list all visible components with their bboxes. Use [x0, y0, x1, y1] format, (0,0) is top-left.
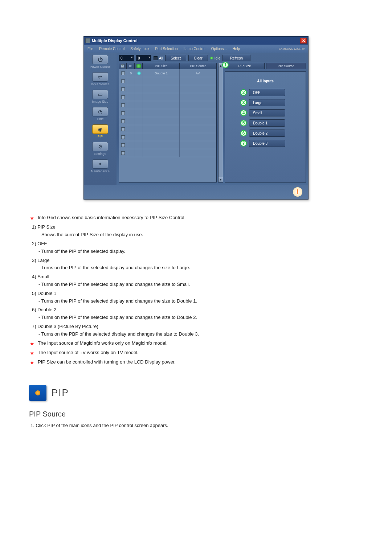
row-check-icon[interactable] [121, 135, 125, 139]
subheading: PIP Source [29, 408, 363, 420]
toolbar: 0 0 All Select Clear Idle Refresh [119, 55, 306, 61]
all-inputs-heading: All Inputs [229, 79, 301, 83]
table-row[interactable]: 0 Double 1 AV [119, 69, 216, 77]
row-check-icon[interactable] [121, 119, 125, 123]
double3-button[interactable]: Double 3 [249, 140, 285, 147]
row-check-icon[interactable] [121, 79, 125, 83]
doc-item-3-title: 3) Large [32, 257, 363, 264]
table-row[interactable] [119, 117, 216, 125]
table-row[interactable] [119, 141, 216, 149]
cell-pip-size: Double 1 [143, 69, 180, 77]
sidebar-item-time[interactable]: ◔ Time [85, 107, 115, 121]
select-button[interactable]: Select [165, 55, 186, 61]
row-check-icon[interactable] [121, 87, 125, 91]
doc-note-1: The Input source of MagicInfo works only… [38, 340, 168, 348]
col-pip-size: PIP Size [143, 63, 180, 69]
table-row[interactable] [119, 125, 216, 133]
row-check-icon[interactable] [121, 127, 125, 131]
tab-pip-source[interactable]: PIP Source [266, 63, 306, 69]
all-checkbox[interactable]: All [154, 56, 163, 60]
range-to-spinner[interactable]: 0 [136, 55, 151, 61]
off-button[interactable]: OFF [249, 89, 285, 96]
table-row[interactable] [119, 85, 216, 93]
table-row[interactable] [119, 149, 216, 157]
menu-remote[interactable]: Remote Control [99, 47, 124, 51]
double1-button[interactable]: Double 1 [249, 119, 285, 127]
brand-label: SAMSUNG DIGITall [279, 47, 305, 50]
clear-button[interactable]: Clear [188, 55, 208, 61]
table-row[interactable] [119, 133, 216, 141]
sidebar-item-pip[interactable]: ◉ PIP [85, 124, 115, 138]
sidebar-item-power[interactable]: ⏻ Power Control [85, 55, 115, 69]
menu-file[interactable]: File [87, 47, 93, 51]
settings-icon: ⚙ [92, 142, 108, 151]
doc-intro: Info Grid shows some basic information n… [38, 214, 185, 222]
row-check-icon[interactable] [121, 95, 125, 99]
sidebar-item-input[interactable]: ⇄ Input Source [85, 72, 115, 86]
table-row[interactable] [119, 77, 216, 85]
doc-item-3-desc: - Turns on the PIP of the selected displ… [38, 264, 363, 272]
large-button[interactable]: Large [249, 99, 285, 106]
row-check-icon[interactable] [121, 103, 125, 107]
sidebar-label-image: Image Size [85, 100, 115, 103]
callout-6: 6 [240, 130, 247, 136]
col-pip-source: PIP Source [180, 63, 217, 69]
row-check-icon[interactable] [121, 71, 125, 75]
image-size-icon: ▭ [92, 90, 108, 99]
vertical-scrollbar[interactable]: ▲ ▼ [218, 63, 223, 182]
row-check-icon[interactable] [121, 143, 125, 147]
tab-pip-size[interactable]: PIP Size 1 [225, 63, 265, 69]
doc-item-6-title: 6) Double 2 [32, 306, 363, 314]
checkbox-icon [154, 56, 158, 60]
sidebar-label-settings: Settings [85, 152, 115, 156]
step-1: 1. Click PIP of the main icons and the P… [30, 422, 363, 430]
app-window: Multiple Display Control ✕ File Remote C… [83, 36, 309, 200]
check-all-icon[interactable] [121, 64, 124, 68]
doc-note-3: PIP Size can be controlled with turning … [38, 358, 176, 366]
doc-note-2: The Input source of TV works only on TV … [38, 349, 139, 357]
sidebar-item-image[interactable]: ▭ Image Size [85, 90, 115, 103]
table-row[interactable] [119, 109, 216, 117]
control-panel: PIP Size 1 PIP Source All Inputs 2OFF 3L… [225, 63, 306, 182]
sidebar-label-maintenance: Maintenance [85, 169, 115, 173]
doc-item-7-desc: - Turns on the PBP of the selected displ… [38, 331, 363, 338]
sidebar-label-time: Time [85, 117, 115, 121]
sidebar-item-maintenance[interactable]: ✦ Maintenance [85, 159, 115, 173]
document-body: ★Info Grid shows some basic information … [29, 214, 363, 430]
refresh-button[interactable]: Refresh [222, 55, 250, 61]
scroll-down-icon[interactable]: ▼ [219, 177, 223, 182]
col-status [135, 63, 143, 69]
maintenance-icon: ✦ [92, 159, 108, 169]
warning-icon: ! [293, 187, 302, 197]
doc-item-1-desc: - Shows the current PIP Size of the disp… [38, 231, 363, 239]
tab-label: PIP Size [238, 64, 251, 68]
section-pip-icon [29, 385, 46, 401]
table-row[interactable] [119, 101, 216, 109]
sidebar-label-power: Power Control [85, 65, 115, 69]
menu-lamp[interactable]: Lamp Control [184, 47, 205, 51]
doc-item-4-title: 4) Small [32, 273, 363, 281]
doc-item-6-desc: - Turns on the PIP of the selected displ… [38, 314, 363, 321]
small-button[interactable]: Small [249, 109, 285, 116]
callout-3: 3 [240, 99, 247, 106]
col-check [119, 63, 127, 69]
menu-options[interactable]: Options... [211, 47, 227, 51]
window-title: Multiple Display Control [92, 38, 300, 43]
star-icon: ★ [29, 358, 35, 366]
menu-port[interactable]: Port Selection [155, 47, 177, 51]
menu-help[interactable]: Help [233, 47, 240, 51]
row-check-icon[interactable] [121, 111, 125, 115]
range-from-spinner[interactable]: 0 [119, 55, 134, 61]
close-icon[interactable]: ✕ [300, 38, 307, 44]
main-area: 0 0 All Select Clear Idle Refresh [117, 53, 308, 185]
row-check-icon[interactable] [121, 151, 125, 155]
power-icon: ⏻ [92, 55, 108, 64]
sidebar-item-settings[interactable]: ⚙ Settings [85, 142, 115, 156]
info-grid: ID PIP Size PIP Source 0 Double 1 AV [119, 63, 217, 182]
callout-1: 1 [222, 62, 229, 68]
double2-button[interactable]: Double 2 [249, 130, 285, 137]
sidebar-label-input: Input Source [85, 82, 115, 86]
section-title: PIP [52, 385, 69, 401]
menu-safety[interactable]: Safety Lock [130, 47, 149, 51]
table-row[interactable] [119, 93, 216, 101]
